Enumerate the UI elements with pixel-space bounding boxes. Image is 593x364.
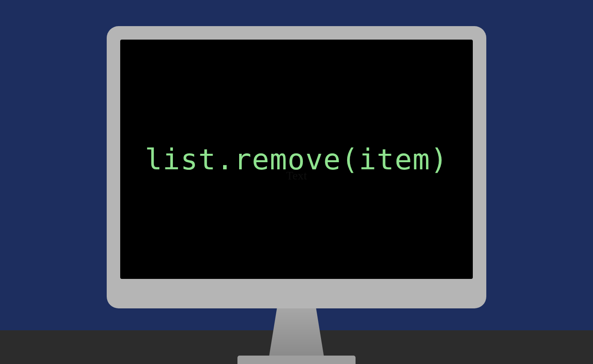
monitor-screen: list.remove(item) Text xyxy=(120,40,473,279)
background-placeholder-text: Text xyxy=(286,169,307,182)
monitor-base xyxy=(237,356,356,364)
monitor-frame: list.remove(item) Text xyxy=(107,26,486,308)
monitor-stand xyxy=(269,306,324,356)
